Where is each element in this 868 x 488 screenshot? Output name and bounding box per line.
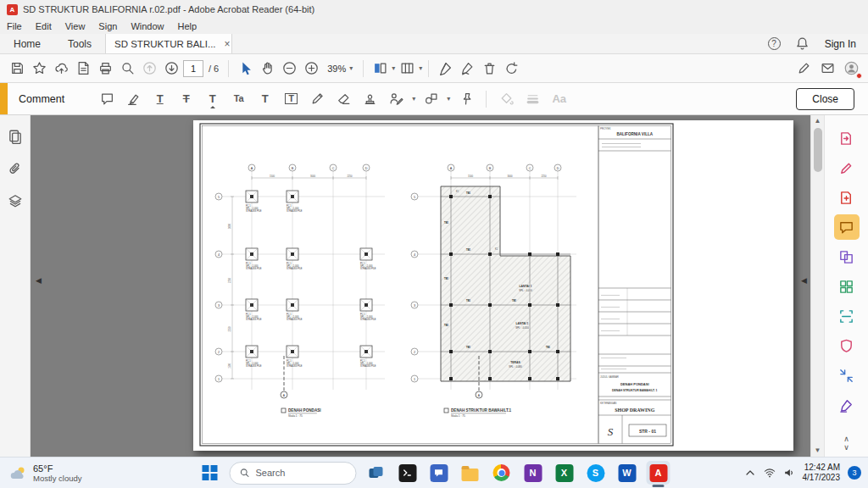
edit-pdf-tool[interactable] bbox=[834, 155, 860, 180]
volume-icon[interactable] bbox=[783, 467, 795, 479]
teams-chat-icon[interactable] bbox=[427, 461, 451, 485]
add-text-icon[interactable]: T bbox=[254, 88, 275, 109]
windows-taskbar: 65°F Mostly cloudy Search N X S W A 12:4… bbox=[0, 457, 868, 488]
task-view-icon[interactable] bbox=[364, 461, 388, 485]
organize-pages-tool[interactable] bbox=[834, 274, 860, 299]
start-button[interactable] bbox=[198, 461, 222, 485]
chevron-down-icon[interactable]: ▾ bbox=[392, 64, 395, 72]
text-box-icon[interactable]: T bbox=[281, 88, 302, 109]
export-document-icon[interactable] bbox=[73, 58, 93, 80]
cloud-upload-icon[interactable] bbox=[51, 58, 71, 80]
zoom-level-select[interactable]: 39%▾ bbox=[323, 62, 357, 75]
scrollbar-thumb[interactable] bbox=[814, 128, 822, 172]
more-tools-up-icon[interactable]: ∧ bbox=[843, 435, 849, 443]
select-tool-icon[interactable] bbox=[235, 58, 255, 80]
page-number-input[interactable] bbox=[183, 60, 203, 77]
menu-sign[interactable]: Sign bbox=[92, 21, 124, 31]
sign-in-button[interactable]: Sign In bbox=[825, 38, 856, 50]
notifications-bell-icon[interactable] bbox=[793, 33, 813, 55]
previous-page-icon[interactable] bbox=[139, 58, 159, 80]
email-share-icon[interactable] bbox=[817, 58, 837, 80]
taskbar-search[interactable]: Search bbox=[230, 462, 357, 485]
rotate-pages-icon[interactable] bbox=[501, 58, 521, 80]
create-pdf-tool[interactable] bbox=[834, 185, 860, 210]
collapse-right-panel-icon[interactable]: ◀ bbox=[801, 276, 807, 285]
close-tab-icon[interactable]: × bbox=[225, 38, 231, 50]
tab-document[interactable]: SD STRUKTUR BALI... × bbox=[105, 34, 232, 53]
underline-text-icon[interactable]: T bbox=[149, 88, 170, 109]
notification-count-badge[interactable]: 3 bbox=[848, 466, 861, 480]
word-icon[interactable]: W bbox=[615, 461, 639, 485]
insert-text-icon[interactable]: T bbox=[202, 88, 223, 109]
document-viewport[interactable]: PROYEKBALIFORNIA VILLAJUDUL GAMBARDENAH … bbox=[31, 115, 810, 457]
svg-text:STRAUSS PILE: STRAUSS PILE bbox=[246, 318, 262, 321]
taskbar-clock[interactable]: 12:42 AM 4/17/2023 bbox=[803, 463, 841, 483]
file-explorer-icon[interactable] bbox=[459, 461, 482, 485]
highlight-text-icon[interactable] bbox=[123, 88, 144, 109]
menu-help[interactable]: Help bbox=[171, 21, 204, 31]
layers-icon[interactable] bbox=[8, 193, 23, 212]
signature-icon[interactable] bbox=[386, 88, 407, 109]
pdf-page[interactable]: PROYEKBALIFORNIA VILLAJUDUL GAMBARDENAH … bbox=[193, 120, 793, 451]
tray-chevron-icon[interactable] bbox=[744, 467, 756, 479]
excel-icon[interactable]: X bbox=[553, 461, 576, 485]
fill-sign-icon[interactable] bbox=[457, 58, 477, 80]
terminal-icon[interactable] bbox=[396, 461, 420, 485]
menu-file[interactable]: File bbox=[0, 21, 29, 31]
combine-files-tool[interactable] bbox=[834, 244, 860, 269]
scroll-down-icon[interactable]: ▼ bbox=[811, 445, 824, 457]
star-favorite-icon[interactable] bbox=[29, 58, 49, 80]
fill-sign-tool[interactable] bbox=[834, 392, 860, 418]
page-display-icon[interactable] bbox=[397, 58, 417, 80]
sign-pen-icon[interactable] bbox=[435, 58, 455, 80]
hand-tool-icon[interactable] bbox=[257, 58, 277, 80]
more-tools-down-icon[interactable]: ∨ bbox=[843, 443, 849, 452]
chrome-icon[interactable] bbox=[490, 461, 514, 485]
help-icon[interactable]: ? bbox=[768, 37, 781, 50]
strikethrough-text-icon[interactable]: T bbox=[175, 88, 197, 109]
export-pdf-tool[interactable] bbox=[834, 125, 860, 151]
save-icon[interactable] bbox=[7, 58, 27, 80]
protect-tool[interactable] bbox=[834, 333, 860, 358]
zoom-out-icon[interactable] bbox=[279, 58, 299, 80]
delete-pages-icon[interactable] bbox=[479, 58, 499, 80]
print-icon[interactable] bbox=[95, 58, 115, 80]
collapse-left-panel-icon[interactable]: ◀ bbox=[36, 276, 42, 285]
vertical-scrollbar[interactable]: ▲ ▼ bbox=[810, 115, 824, 457]
chevron-down-icon[interactable]: ▾ bbox=[447, 95, 450, 103]
taskbar-center: Search N X S W A bbox=[198, 458, 670, 488]
attachments-icon[interactable] bbox=[8, 161, 23, 180]
next-page-icon[interactable] bbox=[161, 58, 181, 80]
wifi-icon[interactable] bbox=[764, 467, 776, 479]
edit-pen-icon[interactable] bbox=[793, 58, 814, 80]
page-thumbnails-icon[interactable] bbox=[8, 129, 23, 147]
page-fit-icon[interactable] bbox=[370, 58, 390, 80]
chevron-down-icon[interactable]: ▾ bbox=[412, 95, 415, 103]
tab-tools[interactable]: Tools bbox=[54, 34, 105, 53]
account-avatar[interactable] bbox=[841, 59, 861, 78]
skype-icon[interactable]: S bbox=[584, 461, 608, 485]
acrobat-taskbar-icon[interactable]: A bbox=[647, 461, 670, 485]
comment-tool[interactable] bbox=[834, 214, 860, 240]
compress-pdf-tool[interactable] bbox=[834, 363, 860, 388]
replace-text-icon[interactable]: Ta bbox=[228, 88, 249, 109]
pin-icon[interactable] bbox=[455, 88, 476, 109]
close-comment-button[interactable]: Close bbox=[796, 88, 854, 110]
chevron-down-icon[interactable]: ▾ bbox=[419, 64, 422, 72]
more-tools-nav[interactable]: ∧ ∨ bbox=[843, 435, 849, 452]
scroll-up-icon[interactable]: ▲ bbox=[811, 115, 824, 127]
eraser-icon[interactable] bbox=[333, 88, 354, 109]
draw-pencil-icon[interactable] bbox=[307, 88, 328, 109]
search-icon[interactable] bbox=[117, 58, 137, 80]
menu-view[interactable]: View bbox=[58, 21, 92, 31]
menu-window[interactable]: Window bbox=[124, 21, 170, 31]
stamp-icon[interactable] bbox=[359, 88, 381, 109]
zoom-in-icon[interactable] bbox=[301, 58, 321, 80]
menu-edit[interactable]: Edit bbox=[29, 21, 58, 31]
drawing-shapes-icon[interactable] bbox=[420, 88, 442, 109]
tab-home[interactable]: Home bbox=[0, 34, 54, 53]
scan-ocr-tool[interactable] bbox=[834, 303, 860, 329]
sticky-note-icon[interactable] bbox=[97, 88, 118, 109]
onenote-icon[interactable]: N bbox=[521, 461, 545, 485]
weather-widget[interactable]: 65°F Mostly cloudy bbox=[8, 461, 82, 485]
